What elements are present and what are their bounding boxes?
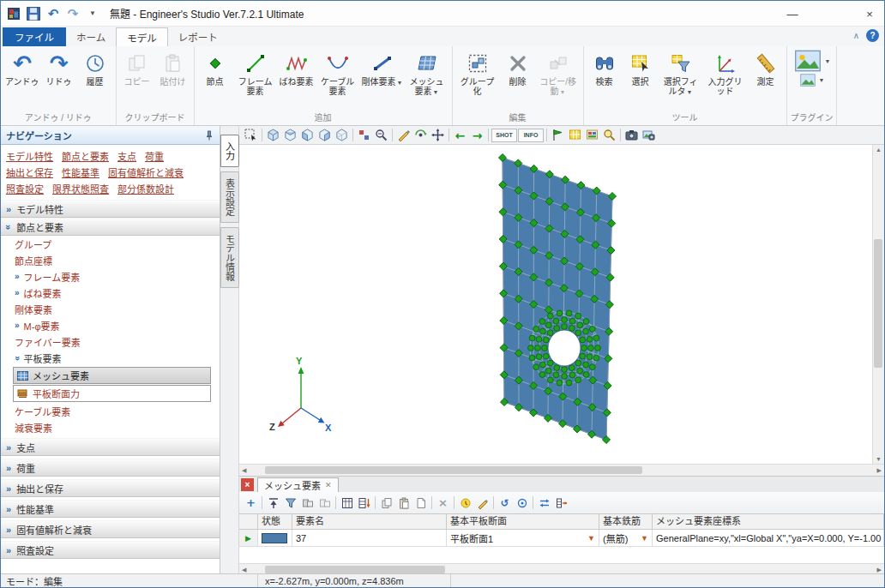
- undo-button[interactable]: ↶ アンドゥ: [3, 48, 41, 111]
- tab-report[interactable]: レポート: [168, 27, 228, 46]
- header-element-name[interactable]: 要素名: [292, 514, 447, 530]
- dropdown-arrow-icon[interactable]: ▼: [587, 534, 595, 543]
- nav-item-m-phi-element[interactable]: »M-φ要素: [1, 317, 220, 333]
- side-tab-input[interactable]: 入力: [220, 135, 239, 167]
- highlight-icon[interactable]: [457, 495, 473, 511]
- tab-file[interactable]: ファイル: [3, 27, 66, 46]
- view-back-icon[interactable]: ←: [452, 127, 468, 143]
- nav-item-group[interactable]: グループ: [1, 236, 220, 252]
- tab-mesh-element[interactable]: メッシュ要素 ✕: [257, 477, 339, 492]
- scroll-down-icon[interactable]: ▼: [876, 456, 882, 462]
- row-add-icon[interactable]: +: [243, 495, 259, 511]
- nav-link-model-props[interactable]: モデル特性: [6, 149, 53, 163]
- nav-link-extract-save[interactable]: 抽出と保存: [6, 165, 53, 179]
- section-performance[interactable]: »性能基準: [1, 500, 220, 518]
- quick-undo-icon[interactable]: ↶: [45, 6, 61, 21]
- nav-item-frame-element[interactable]: »フレーム要素: [1, 268, 220, 285]
- edit-cell-icon[interactable]: [474, 495, 491, 511]
- group-elements-button[interactable]: グループ化: [455, 48, 500, 111]
- scroll-thumb[interactable]: [265, 466, 642, 474]
- shot-button[interactable]: SHOT: [491, 129, 517, 142]
- copy-move-button[interactable]: コピー/移動▼: [536, 48, 581, 111]
- nav-link-check-settings[interactable]: 照査設定: [6, 182, 44, 195]
- tab-home[interactable]: ホーム: [66, 27, 116, 46]
- paste-row-icon[interactable]: [395, 495, 412, 511]
- goto-element-icon[interactable]: [514, 495, 530, 511]
- nav-link-partial-factor[interactable]: 部分係数設計: [117, 182, 174, 195]
- nav-item-fiber-element[interactable]: ファイバー要素: [1, 333, 220, 350]
- side-tab-model-info[interactable]: モデル情報: [220, 227, 239, 288]
- nav-link-nodes-elements[interactable]: 節点と要素: [62, 149, 109, 163]
- row-top-icon[interactable]: [265, 495, 281, 511]
- draw-measure-icon[interactable]: [395, 127, 412, 143]
- info-button[interactable]: INFO: [518, 129, 544, 142]
- tab-model[interactable]: モデル: [116, 27, 168, 46]
- nav-link-eigen-damping[interactable]: 固有値解析と減衰: [108, 165, 184, 179]
- nav-link-supports[interactable]: 支点: [117, 149, 136, 163]
- add-mesh-element-button[interactable]: メッシュ要素▼: [405, 48, 449, 111]
- status-cell[interactable]: [258, 530, 292, 547]
- nav-item-cable-element[interactable]: ケーブル要素: [1, 403, 220, 419]
- scroll-left-icon[interactable]: ◀: [242, 567, 246, 573]
- nav-link-loads[interactable]: 荷重: [145, 149, 164, 163]
- redo-button[interactable]: ↷ リドゥ: [41, 48, 77, 111]
- undo-small-icon[interactable]: ↺: [497, 495, 513, 511]
- section-extract-save[interactable]: »抽出と保存: [1, 479, 220, 497]
- view-iso-icon[interactable]: [265, 127, 281, 143]
- header-rebar[interactable]: 基本鉄筋: [599, 514, 653, 530]
- header-plate-section[interactable]: 基本平板断面: [447, 514, 599, 530]
- scroll-thumb[interactable]: [874, 239, 882, 368]
- scroll-left-icon[interactable]: ◀: [242, 467, 246, 474]
- nav-link-limit-state[interactable]: 限界状態照査: [52, 182, 109, 195]
- shrink-elements-icon[interactable]: [356, 127, 372, 143]
- add-rigid-element-button[interactable]: 剛体要素▼: [360, 48, 405, 111]
- filter-rows-icon[interactable]: [282, 495, 298, 511]
- find-zoom-icon[interactable]: [601, 127, 617, 143]
- nav-item-plate-section-force[interactable]: 平板断面力: [13, 385, 211, 402]
- header-coord-system[interactable]: メッシュ要素座標系: [653, 514, 884, 530]
- help-icon[interactable]: ?: [866, 29, 879, 42]
- scroll-right-icon[interactable]: ▶: [877, 567, 882, 573]
- plugin-image-button[interactable]: ▼: [793, 50, 831, 72]
- nav-item-mesh-element[interactable]: メッシュ要素: [13, 367, 211, 384]
- copy-button[interactable]: コピー: [119, 48, 155, 111]
- viewport-horizontal-scrollbar[interactable]: ◀ ▶: [239, 464, 884, 476]
- plugin-small-button[interactable]: ▼: [799, 74, 825, 87]
- view-forward-icon[interactable]: →: [469, 127, 485, 143]
- color-palette-icon[interactable]: [584, 127, 600, 143]
- swap-rows-icon[interactable]: [536, 495, 552, 511]
- coord-system-cell[interactable]: GeneralPlane=xy,"xl=Global X","ya=X=0.00…: [653, 530, 884, 547]
- nav-item-plate-element[interactable]: »平板要素: [1, 350, 220, 366]
- element-remove-icon[interactable]: [316, 495, 333, 511]
- pin-icon[interactable]: [204, 130, 214, 141]
- view-front-icon[interactable]: [282, 127, 298, 143]
- select-button[interactable]: 選択: [623, 48, 659, 111]
- model-viewport[interactable]: Y Z X ▲ ▼: [239, 145, 884, 464]
- rebar-cell[interactable]: (無筋)▼: [599, 530, 653, 547]
- view-side-icon[interactable]: [299, 127, 316, 143]
- camera-icon[interactable]: [623, 127, 640, 143]
- search-button[interactable]: 検索: [587, 48, 623, 111]
- section-model-properties[interactable]: » モデル特性: [1, 200, 220, 218]
- add-spring-element-button[interactable]: ばね要素: [278, 48, 316, 111]
- side-tab-display-settings[interactable]: 表示設定: [220, 171, 239, 223]
- scroll-up-icon[interactable]: ▲: [876, 147, 882, 153]
- add-cable-element-button[interactable]: ケーブル要素: [316, 48, 360, 111]
- element-insert-icon[interactable]: [299, 495, 316, 511]
- viewport-vertical-scrollbar[interactable]: ▲ ▼: [872, 145, 884, 464]
- report-flag-icon[interactable]: [550, 127, 566, 143]
- select-region-icon[interactable]: [243, 127, 259, 143]
- nav-item-damping-element[interactable]: 減衰要素: [1, 419, 220, 435]
- section-supports[interactable]: »支点: [1, 438, 220, 456]
- minimize-button[interactable]: —: [778, 2, 807, 26]
- panel-close-button[interactable]: ×: [241, 478, 254, 491]
- measure-button[interactable]: 測定: [748, 48, 784, 111]
- nav-item-spring-element[interactable]: »ばね要素: [1, 285, 220, 301]
- nav-item-node-coords[interactable]: 節点座標: [1, 252, 220, 268]
- nav-item-rigid-element[interactable]: 剛体要素: [1, 301, 220, 317]
- view-top-icon[interactable]: [316, 127, 333, 143]
- quick-redo-icon[interactable]: ↷: [65, 6, 81, 21]
- tab-close-icon[interactable]: ✕: [325, 481, 332, 489]
- ribbon-collapse-icon[interactable]: ∧: [853, 31, 859, 40]
- scroll-right-icon[interactable]: ▶: [877, 467, 882, 474]
